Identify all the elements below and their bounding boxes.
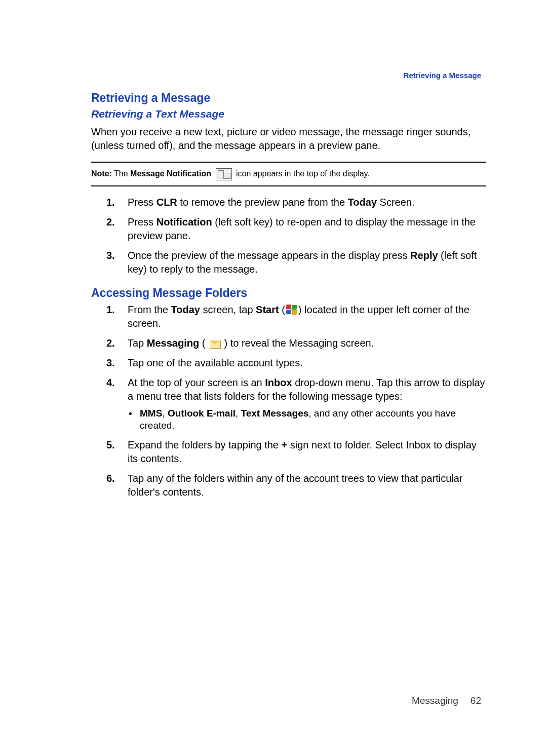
sub-bullet-list: MMS, Outlook E-mail, Text Messages, and … — [128, 407, 486, 432]
step-text: Press — [128, 197, 157, 208]
note-block: Note: The Message Notification icon appe… — [91, 162, 486, 186]
step-text: Once the preview of the message appears … — [128, 250, 410, 261]
messaging-envelope-icon — [209, 339, 220, 348]
running-head: Retrieving a Message — [404, 71, 481, 80]
page-footer: Messaging62 — [412, 695, 481, 706]
note-text-after: icon appears in the top of the display. — [234, 169, 370, 178]
section-title-retrieving: Retrieving a Message — [91, 91, 486, 105]
step-text: ( — [279, 304, 285, 315]
sub-text: , — [236, 408, 241, 419]
step-text: From the — [128, 304, 171, 315]
section-title-accessing-folders: Accessing Message Folders — [91, 286, 486, 300]
step-bold: Reply — [410, 250, 438, 261]
sub-list-item: MMS, Outlook E-mail, Text Messages, and … — [128, 407, 486, 432]
step-bold: CLR — [157, 197, 177, 208]
step-text: Screen. — [377, 197, 414, 208]
step-bold: Notification — [157, 216, 212, 228]
start-flag-icon — [286, 305, 297, 315]
step-text: At the top of your screen is an — [128, 377, 265, 388]
step-bold: Inbox — [265, 377, 292, 388]
step-text: Press — [128, 216, 157, 228]
step-number: 2. — [106, 215, 115, 229]
sub-text: , — [162, 408, 168, 419]
note-bold: Message Notification — [130, 169, 211, 178]
step-number: 3. — [106, 356, 115, 370]
subsection-title-retrieving-text: Retrieving a Text Message — [91, 108, 486, 120]
step-text: Tap — [128, 337, 147, 349]
list-item: 1. Press CLR to remove the preview pane … — [91, 196, 486, 209]
step-number: 1. — [106, 303, 115, 317]
list-item: 1. From the Today screen, tap Start () l… — [91, 303, 486, 330]
step-number: 3. — [106, 249, 115, 262]
step-number: 1. — [106, 196, 115, 209]
step-number: 4. — [106, 376, 115, 390]
step-bold: Start — [256, 304, 279, 315]
step-text: Expand the folders by tapping the — [128, 439, 282, 450]
steps-retrieving: 1. Press CLR to remove the preview pane … — [91, 196, 486, 276]
step-bold: Today — [348, 197, 377, 208]
list-item: 2. Tap Messaging ( ) to reveal the Messa… — [91, 336, 486, 350]
step-text: ) to reveal the Messaging screen. — [221, 337, 374, 349]
step-text: Tap any of the folders within any of the… — [128, 473, 462, 498]
step-bold: + — [282, 439, 288, 450]
manual-page: Retrieving a Message Retrieving a Messag… — [0, 0, 547, 756]
step-text: ( — [199, 337, 208, 349]
note-text-before: The — [112, 169, 130, 178]
sub-bold: Outlook E-mail — [168, 408, 236, 419]
step-text: Tap one of the available account types. — [128, 357, 303, 368]
list-item: 2. Press Notification (left soft key) to… — [91, 215, 486, 243]
step-number: 6. — [106, 472, 115, 485]
step-number: 5. — [106, 438, 115, 452]
message-notification-icon — [216, 168, 232, 180]
step-number: 2. — [106, 336, 115, 350]
list-item: 4. At the top of your screen is an Inbox… — [91, 376, 486, 432]
list-item: 3. Tap one of the available account type… — [91, 356, 486, 370]
note-label: Note: — [91, 169, 112, 178]
list-item: 5. Expand the folders by tapping the + s… — [91, 438, 486, 466]
footer-page-number: 62 — [471, 695, 481, 706]
list-item: 6. Tap any of the folders within any of … — [91, 472, 486, 499]
step-bold: Today — [171, 304, 200, 315]
sub-bold: Text Messages — [241, 408, 309, 419]
intro-paragraph: When you receive a new text, picture or … — [91, 125, 486, 153]
step-text: to remove the preview pane from the — [177, 197, 348, 208]
steps-accessing-folders: 1. From the Today screen, tap Start () l… — [91, 303, 486, 499]
step-bold: Messaging — [147, 337, 199, 349]
sub-bold: MMS — [140, 408, 162, 419]
footer-section: Messaging — [412, 695, 458, 706]
step-text: screen, tap — [200, 304, 256, 315]
list-item: 3. Once the preview of the message appea… — [91, 249, 486, 276]
